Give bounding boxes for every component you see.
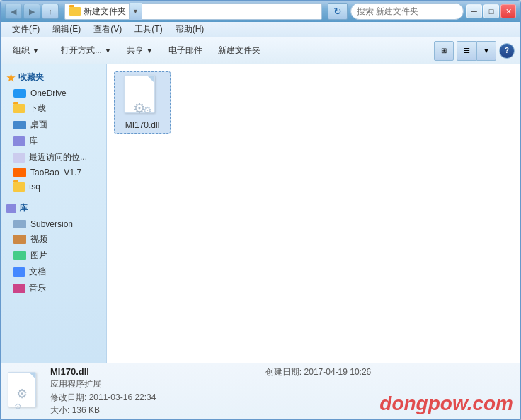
sidebar-item-desktop[interactable]: 桌面 [1,117,106,133]
file-area[interactable]: ⚙ ⚙ MI170.dll [107,64,520,363]
minimize-button[interactable]: ─ [466,4,482,18]
address-dropdown[interactable]: ▼ [129,3,142,20]
titlebar-buttons: ─ □ ✕ [466,4,516,18]
menu-view[interactable]: 查看(V) [88,22,127,37]
main-content: ★ 收藏夹 OneDrive 下载 桌面 库 [1,64,520,363]
library-section-icon [6,204,16,213]
titlebar: ◀ ▶ ↑ 新建文件夹 ▼ ↻ 🔍 ─ □ ✕ [1,1,520,22]
sidebar-label-download: 下载 [29,103,46,115]
help-button[interactable]: ? [499,43,515,59]
up-button[interactable]: ↑ [42,4,59,19]
menu-tools[interactable]: 工具(T) [129,22,168,37]
sidebar-item-image[interactable]: 图片 [1,247,106,264]
maximize-button[interactable]: □ [483,4,499,18]
sidebar-label-music: 音乐 [29,282,46,294]
forward-button[interactable]: ▶ [23,4,40,19]
sidebar-item-library[interactable]: 库 [1,133,106,149]
sidebar-label-image: 图片 [30,250,47,262]
image-icon [13,251,26,260]
sidebar-label-onedrive: OneDrive [30,88,67,98]
address-text: 新建文件夹 [84,6,126,18]
sidebar-label-tsq: tsq [29,182,40,192]
share-label: 共享 [127,45,144,57]
status-gears: ⚙ ⚙ [16,386,33,412]
library-icon [13,136,25,146]
favorites-label: 收藏夹 [18,71,44,83]
sidebar-item-video[interactable]: 视频 [1,231,106,247]
menu-edit[interactable]: 编辑(E) [47,22,86,37]
sidebar-library-section: 库 Subversion 视频 图片 文档 [1,199,106,296]
recent-icon [13,153,25,163]
nav-buttons: ◀ ▶ ↑ [5,4,59,19]
new-folder-label: 新建文件夹 [218,45,260,57]
status-type: 应用程序扩展 [50,378,257,390]
sidebar-item-music[interactable]: 音乐 [1,280,106,296]
subversion-icon [13,220,26,228]
email-label: 电子邮件 [168,45,202,57]
video-icon [13,235,26,244]
organize-label: 组织 [13,45,30,57]
open-arrow: ▼ [105,47,111,54]
status-file-icon: ⚙ ⚙ [8,372,42,412]
library-title: 库 [1,199,106,217]
sidebar-item-recent[interactable]: 最近访问的位... [1,149,106,165]
tsq-icon [13,182,25,192]
sidebar-label-desktop: 桌面 [30,119,47,131]
star-icon: ★ [6,72,16,83]
sidebar-item-subversion[interactable]: Subversion [1,217,106,231]
sidebar-item-download[interactable]: 下载 [1,100,106,117]
sidebar-favorites: ★ 收藏夹 OneDrive 下载 桌面 库 [1,69,106,194]
file-label: MI170.dll [125,120,160,130]
sidebar-label-library: 库 [29,135,38,147]
sidebar-item-doc[interactable]: 文档 [1,264,106,280]
search-box: 🔍 [350,3,464,20]
view-detail-button[interactable]: ▼ [476,41,496,61]
folder-icon [69,7,81,16]
explorer-window: ◀ ▶ ↑ 新建文件夹 ▼ ↻ 🔍 ─ □ ✕ 文件(F) 编辑(E) 查看(V… [0,0,521,420]
back-button[interactable]: ◀ [5,4,22,19]
sidebar-label-video: 视频 [30,233,47,245]
toolbar-divider-1 [50,42,50,59]
gear-icons: ⚙ ⚙ [133,100,152,116]
sidebar-item-tsq[interactable]: tsq [1,180,106,194]
status-filename: MI170.dll [50,366,257,377]
sidebar: ★ 收藏夹 OneDrive 下载 桌面 库 [1,64,107,363]
favorites-title: ★ 收藏夹 [1,69,106,86]
open-with-label: 打开方式... [61,45,102,57]
desktop-icon [13,121,26,129]
sidebar-item-onedrive[interactable]: OneDrive [1,86,106,100]
close-button[interactable]: ✕ [500,4,516,18]
sidebar-label-recent: 最近访问的位... [29,151,87,163]
folder-download-icon [13,104,25,113]
share-button[interactable]: 共享 ▼ [120,40,159,62]
sidebar-label-subversion: Subversion [30,219,73,229]
dll-file-icon: ⚙ ⚙ [124,75,161,117]
toolbar: 组织 ▼ 打开方式... ▼ 共享 ▼ 电子邮件 新建文件夹 ⊞ ☰ ▼ ? [1,37,520,64]
view-list-button[interactable]: ☰ [457,41,476,61]
gear-small-icon: ⚙ [143,105,152,116]
refresh-button[interactable]: ↻ [328,3,348,20]
menu-file[interactable]: 文件(F) [6,22,45,37]
doc-icon [13,267,25,277]
view-grid-button[interactable]: ⊞ [434,41,454,61]
email-button[interactable]: 电子邮件 [162,40,209,62]
taobao-icon [13,168,26,177]
sidebar-item-taobao[interactable]: TaoBao_V1.7 [1,165,106,180]
address-bar: 新建文件夹 ▼ [64,3,322,20]
search-input[interactable] [357,6,463,16]
status-modified: 修改日期: 2011-03-16 22:34 [50,392,257,404]
menu-help[interactable]: 帮助(H) [170,22,210,37]
new-folder-button[interactable]: 新建文件夹 [212,40,267,62]
toolbar-right: ⊞ ☰ ▼ ? [434,41,515,61]
organize-button[interactable]: 组织 ▼ [6,40,45,62]
sidebar-label-taobao: TaoBao_V1.7 [30,168,81,177]
file-item-mi170[interactable]: ⚙ ⚙ MI170.dll [114,71,171,134]
menubar: 文件(F) 编辑(E) 查看(V) 工具(T) 帮助(H) [1,22,520,37]
watermark: dongpow.com [379,392,513,419]
organize-arrow: ▼ [33,47,39,54]
music-icon [13,284,25,293]
open-with-button[interactable]: 打开方式... ▼ [55,40,118,62]
statusbar: ⚙ ⚙ MI170.dll 应用程序扩展 修改日期: 2011-03-16 22… [1,363,520,419]
status-size: 大小: 136 KB [50,404,257,416]
status-created: 创建日期: 2017-04-19 10:26 [265,363,371,378]
